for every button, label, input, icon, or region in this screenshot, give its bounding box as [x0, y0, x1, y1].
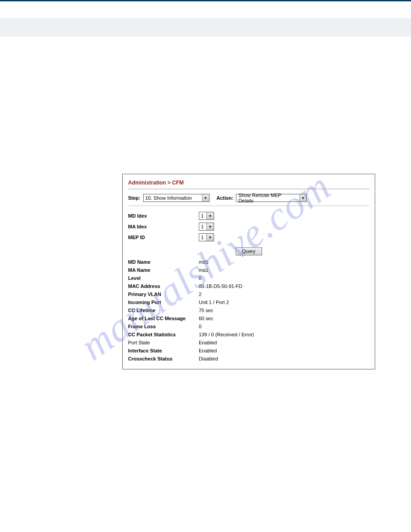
detail-value: 2: [199, 292, 201, 297]
detail-value: Disabled: [199, 356, 218, 361]
detail-value: Enabled: [199, 340, 217, 345]
detail-label: Primary VLAN: [128, 292, 199, 297]
detail-value: 60 sec: [199, 316, 213, 321]
detail-label: MA Name: [128, 267, 199, 273]
control-row: Step: 10. Show Information ▼ Action: Sho…: [128, 192, 369, 206]
detail-row: Level0: [128, 274, 369, 282]
md-index-value: 1: [201, 213, 206, 219]
detail-row: MAC Address00-1B-D5-50-91-FD: [128, 282, 369, 290]
ma-index-label: MA Idex: [128, 224, 199, 229]
step-select[interactable]: 10. Show Information ▼: [143, 194, 210, 202]
detail-value: 0: [199, 324, 201, 329]
chevron-down-icon: ▼: [202, 194, 209, 202]
detail-row: Age of Last CC Message60 sec: [128, 314, 369, 322]
ma-index-value: 1: [201, 224, 206, 229]
chevron-down-icon: ▼: [206, 223, 214, 230]
ma-index-select[interactable]: 1 ▼: [199, 223, 214, 231]
detail-label: Incoming Port: [128, 300, 199, 305]
detail-value: 139 / 0 (Received / Error): [199, 332, 254, 337]
details-list: MD Namemd1MA Namema1Level0MAC Address00-…: [128, 258, 369, 363]
step-label: Step:: [128, 195, 141, 201]
cfm-panel: Administration > CFM Step: 10. Show Info…: [122, 174, 375, 369]
top-border: [0, 0, 411, 18]
detail-label: CC Lifetime: [128, 308, 199, 313]
detail-label: Level: [128, 275, 199, 281]
detail-label: Crosscheck Status: [128, 356, 199, 361]
detail-value: 75 sec: [199, 308, 213, 313]
chevron-down-icon: ▼: [206, 234, 214, 241]
detail-label: MAC Address: [128, 283, 199, 289]
detail-value: Enabled: [199, 348, 217, 353]
mep-id-label: MEP ID: [128, 235, 199, 240]
md-index-select[interactable]: 1 ▼: [199, 212, 214, 220]
detail-label: Frame Loss: [128, 324, 199, 329]
mep-id-row: MEP ID 1 ▼: [128, 232, 369, 243]
chevron-down-icon: ▼: [206, 212, 214, 219]
query-button[interactable]: Query: [235, 247, 262, 255]
detail-value: 0: [199, 275, 201, 281]
md-index-label: MD Idex: [128, 213, 199, 219]
breadcrumb: Administration > CFM: [128, 178, 369, 189]
action-select-value: Show Remote MEP Details: [238, 193, 299, 203]
md-index-row: MD Idex 1 ▼: [128, 210, 369, 221]
mep-id-value: 1: [201, 235, 206, 240]
detail-row: Incoming PortUnit 1 / Port 2: [128, 298, 369, 306]
detail-row: MD Namemd1: [128, 258, 369, 266]
chevron-down-icon: ▼: [300, 194, 307, 202]
mep-id-select[interactable]: 1 ▼: [199, 233, 214, 241]
detail-row: CC Lifetime75 sec: [128, 306, 369, 314]
detail-row: Port StateEnabled: [128, 339, 369, 347]
detail-row: Crosscheck StatusDisabled: [128, 355, 369, 363]
detail-label: Age of Last CC Message: [128, 316, 199, 321]
step-select-value: 10. Show Information: [146, 195, 195, 201]
detail-row: MA Namema1: [128, 266, 369, 274]
detail-value: 00-1B-D5-50-91-FD: [199, 283, 242, 289]
header-strip: [0, 18, 411, 37]
detail-label: MD Name: [128, 259, 199, 265]
action-select[interactable]: Show Remote MEP Details ▼: [236, 194, 307, 202]
query-row: Query: [128, 243, 369, 258]
detail-row: CC Packet Statistics139 / 0 (Received / …: [128, 330, 369, 339]
detail-label: CC Packet Statistics: [128, 332, 199, 337]
detail-value: md1: [199, 259, 208, 265]
divider: [128, 189, 369, 189]
detail-value: ma1: [199, 267, 208, 273]
detail-value: Unit 1 / Port 2: [199, 300, 229, 305]
action-label: Action:: [217, 195, 234, 201]
detail-label: Port State: [128, 340, 199, 345]
detail-row: Interface StateEnabled: [128, 347, 369, 355]
detail-row: Primary VLAN2: [128, 290, 369, 298]
ma-index-row: MA Idex 1 ▼: [128, 221, 369, 232]
detail-row: Frame Loss0: [128, 322, 369, 330]
detail-label: Interface State: [128, 348, 199, 353]
